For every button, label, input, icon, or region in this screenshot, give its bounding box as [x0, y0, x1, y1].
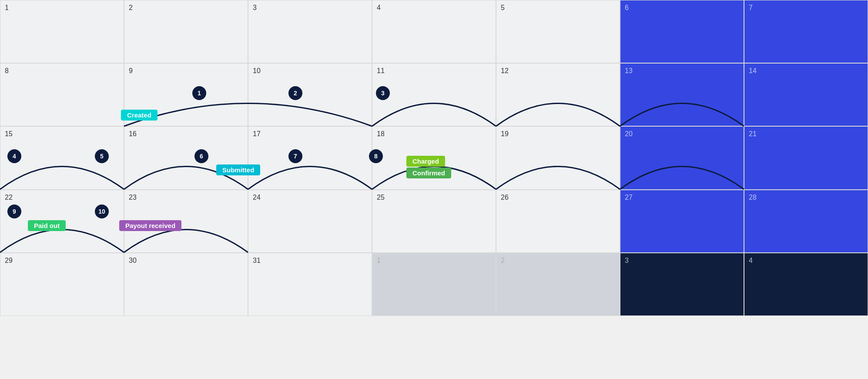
arc-node-8: 8 — [369, 149, 383, 163]
calendar-cell-3-5: 19 — [496, 126, 620, 189]
calendar-cell-1-7: 7 — [744, 0, 868, 63]
cell-day-number: 24 — [253, 194, 261, 201]
calendar-cell-4-7: 28 — [744, 190, 868, 253]
calendar-cell-5-1: 29 — [0, 253, 124, 316]
charged-label: Charged — [406, 156, 445, 167]
cell-day-number: 23 — [129, 194, 137, 201]
calendar-cell-4-3: 24 — [248, 190, 372, 253]
cell-day-number: 15 — [5, 130, 13, 138]
cell-day-number: 27 — [625, 194, 633, 201]
arc-node-1: 1 — [192, 86, 206, 100]
arc-node-10: 10 — [95, 205, 109, 218]
calendar-cell-2-1: 8 — [0, 63, 124, 126]
calendar-cell-5-7: 4 — [744, 253, 868, 316]
calendar-cell-5-4: 1 — [372, 253, 496, 316]
cell-day-number: 7 — [749, 4, 753, 12]
cell-day-number: 12 — [501, 67, 509, 75]
calendar-cell-2-6: 13 — [620, 63, 744, 126]
submitted-label: Submitted — [216, 164, 260, 175]
cell-day-number: 9 — [129, 67, 133, 75]
calendar-cell-4-6: 27 — [620, 190, 744, 253]
cell-day-number: 11 — [377, 67, 385, 75]
cell-day-number: 19 — [501, 130, 509, 138]
calendar-cell-1-1: 1 — [0, 0, 124, 63]
cell-day-number: 28 — [749, 194, 757, 201]
calendar-cell-5-5: 2 — [496, 253, 620, 316]
cell-day-number: 3 — [625, 257, 629, 265]
calendar-cell-1-2: 2 — [124, 0, 248, 63]
confirmed-label: Confirmed — [406, 168, 451, 178]
calendar-cell-2-3: 10 — [248, 63, 372, 126]
arc-node-2: 2 — [288, 86, 302, 100]
calendar-cell-5-2: 30 — [124, 253, 248, 316]
calendar-cell-5-3: 31 — [248, 253, 372, 316]
calendar-cell-3-7: 21 — [744, 126, 868, 189]
calendar-cell-4-5: 26 — [496, 190, 620, 253]
cell-day-number: 1 — [377, 257, 381, 265]
cell-day-number: 22 — [5, 194, 13, 201]
calendar-cell-3-2: 16 — [124, 126, 248, 189]
calendar-cell-5-6: 3 — [620, 253, 744, 316]
calendar-cell-2-7: 14 — [744, 63, 868, 126]
cell-day-number: 16 — [129, 130, 137, 138]
cell-day-number: 2 — [501, 257, 505, 265]
cell-day-number: 21 — [749, 130, 757, 138]
arc-node-9: 9 — [7, 205, 21, 218]
cell-day-number: 4 — [749, 257, 753, 265]
created-label: Created — [121, 110, 158, 121]
arc-node-5: 5 — [95, 149, 109, 163]
cell-day-number: 3 — [253, 4, 257, 12]
cell-day-number: 31 — [253, 257, 261, 265]
calendar-cell-2-5: 12 — [496, 63, 620, 126]
calendar-cell-2-4: 11 — [372, 63, 496, 126]
cell-day-number: 20 — [625, 130, 633, 138]
cell-day-number: 14 — [749, 67, 757, 75]
cell-day-number: 26 — [501, 194, 509, 201]
cell-day-number: 25 — [377, 194, 385, 201]
calendar-cell-1-4: 4 — [372, 0, 496, 63]
arc-node-4: 4 — [7, 149, 21, 163]
calendar-cell-1-6: 6 — [620, 0, 744, 63]
cell-day-number: 10 — [253, 67, 261, 75]
cell-day-number: 30 — [129, 257, 137, 265]
cell-day-number: 2 — [129, 4, 133, 12]
cell-day-number: 17 — [253, 130, 261, 138]
cell-day-number: 6 — [625, 4, 629, 12]
arc-node-6: 6 — [194, 149, 208, 163]
calendar-cell-3-6: 20 — [620, 126, 744, 189]
cell-day-number: 1 — [5, 4, 9, 12]
calendar-cell-1-5: 5 — [496, 0, 620, 63]
cell-day-number: 18 — [377, 130, 385, 138]
arc-node-3: 3 — [376, 86, 390, 100]
calendar-cell-4-4: 25 — [372, 190, 496, 253]
calendar-grid: 1234567891011121314151617181920212223242… — [0, 0, 868, 379]
paid-out-label: Paid out — [28, 220, 66, 231]
cell-day-number: 29 — [5, 257, 13, 265]
arc-node-7: 7 — [288, 149, 302, 163]
calendar-cell-3-3: 17 — [248, 126, 372, 189]
cell-day-number: 8 — [5, 67, 9, 75]
calendar-cell-1-3: 3 — [248, 0, 372, 63]
cell-day-number: 13 — [625, 67, 633, 75]
cell-day-number: 5 — [501, 4, 505, 12]
payout-received-label: Payout received — [119, 220, 181, 231]
cell-day-number: 4 — [377, 4, 381, 12]
